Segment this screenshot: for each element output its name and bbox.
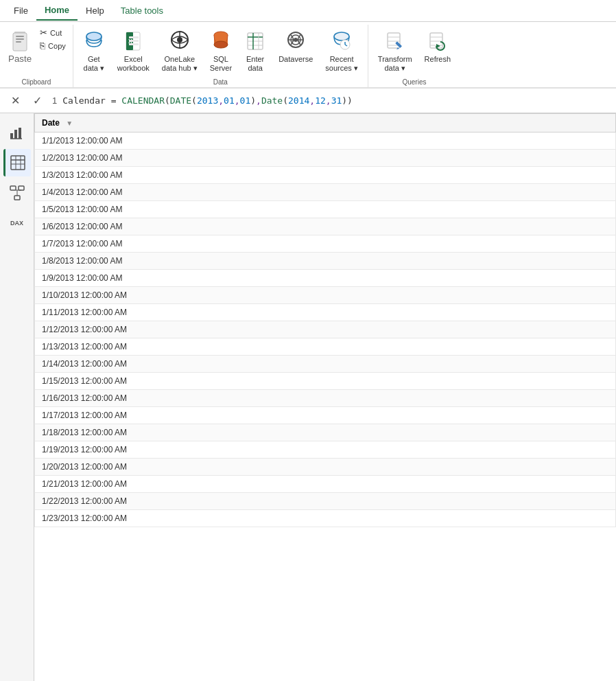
table-row[interactable]: 1/18/2013 12:00:00 AM xyxy=(35,424,616,441)
menu-help[interactable]: Help xyxy=(78,1,112,20)
date-cell: 1/5/2013 12:00:00 AM xyxy=(35,201,616,218)
table-row[interactable]: 1/11/2013 12:00:00 AM xyxy=(35,304,616,321)
svg-point-5 xyxy=(86,32,102,41)
enter-data-label: Enterdata xyxy=(246,55,264,73)
onelake-hub-label: OneLakedata hub ▾ xyxy=(162,55,198,73)
recent-sources-button[interactable]: Recentsources ▾ xyxy=(320,26,364,76)
transform-data-icon xyxy=(384,29,406,54)
onelake-hub-button[interactable]: OneLakedata hub ▾ xyxy=(156,26,203,76)
recent-sources-icon xyxy=(331,29,353,54)
svg-rect-11 xyxy=(129,43,139,45)
svg-rect-54 xyxy=(14,196,20,200)
menu-home[interactable]: Home xyxy=(36,1,78,21)
sidebar-model-icon[interactable] xyxy=(3,179,31,207)
cut-button[interactable]: ✂ Cut xyxy=(37,26,64,39)
date-cell: 1/16/2013 12:00:00 AM xyxy=(35,390,616,407)
ribbon: Paste ✂ Cut ⎘ Copy Clipboard xyxy=(0,22,616,89)
table-row[interactable]: 1/15/2013 12:00:00 AM xyxy=(35,373,616,390)
table-row[interactable]: 1/2/2013 12:00:00 AM xyxy=(35,150,616,167)
copy-icon: ⎘ xyxy=(40,41,45,51)
table-row[interactable]: 1/14/2013 12:00:00 AM xyxy=(35,356,616,373)
table-row[interactable]: 1/16/2013 12:00:00 AM xyxy=(35,390,616,407)
table-row[interactable]: 1/8/2013 12:00:00 AM xyxy=(35,253,616,270)
table-row[interactable]: 1/1/2013 12:00:00 AM xyxy=(35,132,616,150)
svg-rect-10 xyxy=(129,40,139,42)
data-table: Date ▼ 1/1/2013 12:00:00 AM1/2/2013 12:0… xyxy=(34,113,616,527)
cancel-formula-button[interactable]: ✕ xyxy=(5,91,25,111)
svg-rect-44 xyxy=(14,130,17,139)
date-cell: 1/4/2013 12:00:00 AM xyxy=(35,184,616,201)
get-data-button[interactable]: Getdata ▾ xyxy=(78,26,110,76)
table-row[interactable]: 1/20/2013 12:00:00 AM xyxy=(35,459,616,476)
sort-icon[interactable]: ▼ xyxy=(66,119,73,127)
table-row[interactable]: 1/5/2013 12:00:00 AM xyxy=(35,201,616,218)
date-cell: 1/22/2013 12:00:00 AM xyxy=(35,493,616,510)
excel-workbook-button[interactable]: X Excelworkbook xyxy=(112,26,155,76)
date-column-header[interactable]: Date ▼ xyxy=(35,114,616,132)
sql-server-icon xyxy=(210,29,232,54)
sidebar-dax-icon[interactable]: DAX xyxy=(3,209,31,237)
table-row[interactable]: 1/23/2013 12:00:00 AM xyxy=(35,510,616,527)
table-row[interactable]: 1/19/2013 12:00:00 AM xyxy=(35,441,616,459)
table-row[interactable]: 1/3/2013 12:00:00 AM xyxy=(35,167,616,184)
svg-rect-9 xyxy=(129,36,139,38)
table-row[interactable]: 1/12/2013 12:00:00 AM xyxy=(35,321,616,338)
date-cell: 1/17/2013 12:00:00 AM xyxy=(35,407,616,424)
date-cell: 1/10/2013 12:00:00 AM xyxy=(35,287,616,304)
menu-file[interactable]: File xyxy=(5,1,36,20)
sidebar-chart-icon[interactable] xyxy=(3,119,31,146)
date-cell: 1/8/2013 12:00:00 AM xyxy=(35,253,616,270)
enter-data-button[interactable]: Enterdata xyxy=(239,26,272,76)
svg-rect-3 xyxy=(16,38,24,40)
transform-data-button[interactable]: Transformdata ▾ xyxy=(372,26,418,76)
sidebar-table-icon[interactable] xyxy=(3,149,31,176)
formula-column-name: Calendar xyxy=(62,95,106,106)
date-cell: 1/14/2013 12:00:00 AM xyxy=(35,356,616,373)
refresh-button[interactable]: Refresh xyxy=(419,26,457,67)
paste-icon xyxy=(9,29,31,54)
sidebar: DAX xyxy=(0,113,34,681)
excel-workbook-icon: X xyxy=(122,29,144,54)
table-row[interactable]: 1/17/2013 12:00:00 AM xyxy=(35,407,616,424)
get-data-label: Getdata ▾ xyxy=(84,55,104,73)
date-cell: 1/19/2013 12:00:00 AM xyxy=(35,441,616,459)
table-row[interactable]: 1/21/2013 12:00:00 AM xyxy=(35,476,616,493)
svg-rect-4 xyxy=(16,41,21,43)
get-data-icon xyxy=(83,29,105,54)
date-cell: 1/15/2013 12:00:00 AM xyxy=(35,373,616,390)
date-cell: 1/6/2013 12:00:00 AM xyxy=(35,218,616,235)
menu-table-tools[interactable]: Table tools xyxy=(112,1,171,20)
formula-buttons: ✕ ✓ xyxy=(5,91,47,111)
data-table-area[interactable]: Date ▼ 1/1/2013 12:00:00 AM1/2/2013 12:0… xyxy=(34,113,616,681)
table-row[interactable]: 1/7/2013 12:00:00 AM xyxy=(35,235,616,253)
svg-point-28 xyxy=(334,32,349,41)
table-row[interactable]: 1/6/2013 12:00:00 AM xyxy=(35,218,616,235)
data-group-label: Data xyxy=(78,76,364,87)
date-cell: 1/7/2013 12:00:00 AM xyxy=(35,235,616,253)
copy-label: Copy xyxy=(48,42,66,50)
clipboard-small-btns: ✂ Cut ⎘ Copy xyxy=(37,26,69,52)
table-row[interactable]: 1/13/2013 12:00:00 AM xyxy=(35,338,616,356)
table-row[interactable]: 1/10/2013 12:00:00 AM xyxy=(35,287,616,304)
dataverse-icon xyxy=(285,29,307,54)
sql-server-button[interactable]: SQLServer xyxy=(204,26,237,76)
main-area: DAX Date ▼ 1/1/2013 12:00:00 AM1/2/2013 … xyxy=(0,113,616,681)
dataverse-button[interactable]: Dataverse xyxy=(273,26,318,67)
copy-button[interactable]: ⎘ Copy xyxy=(37,39,69,52)
date-cell: 1/21/2013 12:00:00 AM xyxy=(35,476,616,493)
queries-group-label: Queries xyxy=(372,76,456,87)
refresh-icon xyxy=(427,29,449,54)
svg-rect-47 xyxy=(11,156,25,170)
transform-data-label: Transformdata ▾ xyxy=(378,55,412,73)
table-row[interactable]: 1/22/2013 12:00:00 AM xyxy=(35,493,616,510)
paste-button[interactable]: Paste xyxy=(4,26,36,67)
date-cell: 1/11/2013 12:00:00 AM xyxy=(35,304,616,321)
clipboard-group: Paste ✂ Cut ⎘ Copy Clipboard xyxy=(0,25,73,87)
cut-label: Cut xyxy=(50,29,62,37)
table-row[interactable]: 1/9/2013 12:00:00 AM xyxy=(35,270,616,287)
date-cell: 1/20/2013 12:00:00 AM xyxy=(35,459,616,476)
svg-rect-43 xyxy=(10,133,13,139)
commit-formula-button[interactable]: ✓ xyxy=(27,91,47,111)
table-row[interactable]: 1/4/2013 12:00:00 AM xyxy=(35,184,616,201)
date-cell: 1/23/2013 12:00:00 AM xyxy=(35,510,616,527)
